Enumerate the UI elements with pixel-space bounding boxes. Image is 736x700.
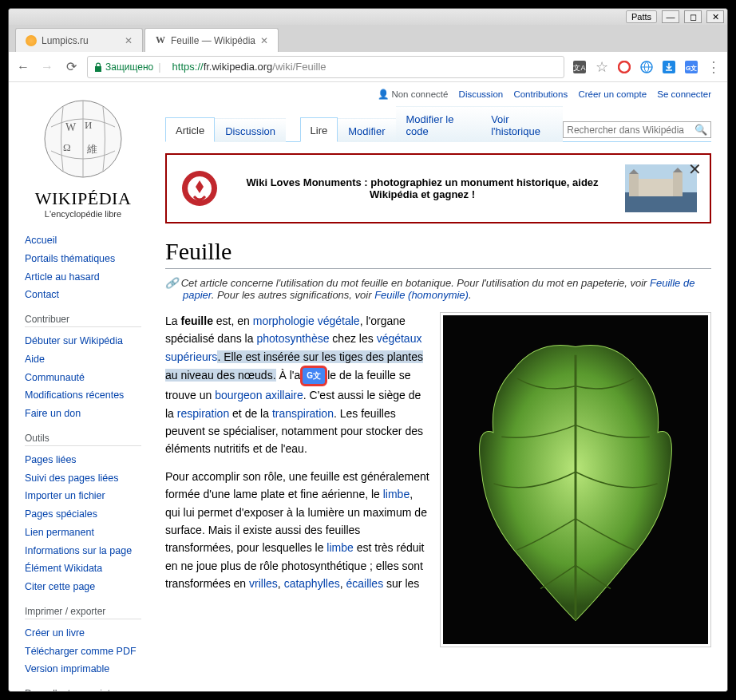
sidebar-link[interactable]: Élément Wikidata [25, 560, 141, 578]
sidebar-heading: Contribuer [25, 314, 141, 327]
tab-discussion[interactable]: Discussion [215, 118, 286, 142]
window-titlebar: Patts — ◻ ✕ [9, 9, 727, 25]
svg-rect-16 [629, 174, 639, 196]
sidebar-link[interactable]: Accueil [25, 231, 141, 250]
tab-history[interactable]: Voir l'historique [481, 106, 563, 142]
sidebar-link[interactable]: Version imprimable [25, 660, 141, 678]
sidebar-link[interactable]: Citer cette page [25, 578, 141, 596]
logo-subtitle: L'encyclopédie libre [25, 209, 141, 219]
paragraph: La feuille est, en morphologie végétale,… [165, 312, 430, 458]
sidebar-link[interactable]: Contact [25, 286, 141, 304]
page-content: WИΩ維 WIKIPÉDIA L'encyclopédie libre Accu… [9, 82, 727, 691]
translate-ext-icon[interactable]: 文A [572, 60, 587, 74]
url-input[interactable]: Защищено | https://fr.wikipedia.org/wiki… [87, 56, 564, 78]
top-link-discussion[interactable]: Discussion [459, 89, 504, 99]
hatnote: 🔗 Cet article concerne l'utilisation du … [165, 277, 711, 301]
sidebar-link[interactable]: Pages spéciales [25, 505, 141, 524]
user-icon: 👤 [378, 89, 389, 99]
wiki-link[interactable]: respiration [177, 407, 229, 420]
sidebar-link[interactable]: Importer un fichier [25, 487, 141, 505]
sidebar-link[interactable]: Débuter sur Wikipédia [25, 332, 141, 350]
wiki-link[interactable]: bourgeon axillaire [215, 389, 303, 401]
sidebar-link[interactable]: Télécharger comme PDF [25, 643, 141, 661]
logo-globe-icon: WИΩ維 [35, 95, 131, 183]
favicon-icon [26, 35, 37, 46]
tab-article[interactable]: Article [165, 117, 215, 142]
not-connected-label: Non connecté [391, 89, 448, 99]
close-window-button[interactable]: ✕ [706, 10, 724, 23]
tab-edit[interactable]: Modifier [338, 118, 395, 142]
article-image[interactable] [440, 312, 711, 647]
sidebar-link[interactable]: Lien permanent [25, 524, 141, 542]
globe-icon[interactable] [639, 60, 654, 74]
wiki-link[interactable]: photosynthèse [256, 332, 329, 345]
sidebar-link[interactable]: Informations sur la page [25, 542, 141, 560]
browser-tabstrip: Lumpics.ru ✕ W Feuille — Wikipédia ✕ [9, 25, 727, 52]
back-button[interactable]: ← [15, 59, 31, 75]
page-title: Feuille [165, 238, 711, 269]
tab-close-icon[interactable]: ✕ [260, 35, 268, 46]
search-icon[interactable]: 🔍 [694, 124, 707, 136]
personal-tools: 👤 Non connecté Discussion Contributions … [165, 82, 711, 106]
tab-close-icon[interactable]: ✕ [125, 35, 133, 46]
sidebar-link[interactable]: Faire un don [25, 405, 141, 423]
top-link-login[interactable]: Se connecter [657, 89, 711, 99]
maximize-button[interactable]: ◻ [684, 10, 702, 23]
svg-text:И: И [85, 119, 92, 131]
sidebar-heading: Imprimer / exporter [25, 606, 141, 619]
address-bar: ← → ⟳ Защищено | https://fr.wikipedia.or… [9, 52, 727, 82]
sidebar-link[interactable]: Communauté [25, 369, 141, 387]
wiki-link[interactable]: vrilles [249, 577, 278, 590]
sidebar-link[interactable]: Aide [25, 350, 141, 369]
browser-tab-wikipedia[interactable]: W Feuille — Wikipédia ✕ [144, 28, 279, 52]
wiki-link[interactable]: cataphylles [284, 577, 340, 590]
google-translate-icon[interactable]: G文 [684, 60, 698, 74]
top-link-create-account[interactable]: Créer un compte [578, 89, 647, 99]
wiki-link[interactable]: limbe [383, 488, 410, 500]
search-input[interactable] [567, 125, 694, 136]
forward-button[interactable]: → [39, 59, 55, 75]
sidebar-link[interactable]: Créer un livre [25, 624, 141, 643]
svg-rect-17 [673, 172, 683, 196]
wikipedia-logo[interactable]: WИΩ維 WIKIPÉDIA L'encyclopédie libre [25, 95, 141, 219]
search-box[interactable]: 🔍 [563, 121, 711, 138]
menu-icon[interactable]: ⋮ [706, 60, 721, 74]
logo-title: WIKIPÉDIA [25, 188, 141, 209]
banner-text: Wiki Loves Monuments : photographiez un … [231, 176, 614, 200]
browser-tab-lumpics[interactable]: Lumpics.ru ✕ [15, 28, 143, 52]
opera-icon[interactable] [617, 60, 631, 74]
wiki-link[interactable]: morphologie végétale [253, 314, 360, 327]
reload-button[interactable]: ⟳ [63, 59, 79, 75]
banner-close-icon[interactable]: ✕ [688, 160, 702, 179]
paragraph: Pour accomplir son rôle, une feuille est… [165, 468, 430, 593]
wiki-link[interactable]: transpiration [272, 407, 334, 420]
download-icon[interactable] [662, 60, 676, 74]
sidebar-link[interactable]: Suivi des pages liées [25, 469, 141, 488]
sidebar-heading: Dans d'autres projets [25, 688, 141, 691]
svg-text:G文: G文 [686, 65, 697, 72]
svg-rect-15 [633, 179, 677, 196]
article-text: La feuille est, en morphologie végétale,… [165, 312, 430, 647]
banner-image [625, 164, 697, 212]
translate-popup-icon[interactable]: G文 [300, 366, 327, 386]
star-icon[interactable]: ☆ [595, 60, 609, 74]
url-text: https://fr.wikipedia.org/wiki/Feuille [172, 61, 326, 73]
hatnote-link[interactable]: Feuille (homonymie) [374, 289, 469, 301]
extension-icons: 文A ☆ G文 ⋮ [572, 60, 721, 74]
svg-text:Ω: Ω [63, 141, 71, 153]
sidebar-link[interactable]: Pages liées [25, 451, 141, 469]
sidebar-link[interactable]: Modifications récentes [25, 386, 141, 405]
minimize-button[interactable]: — [662, 10, 679, 23]
secure-indicator: Защищено [94, 61, 153, 73]
sidebar-link[interactable]: Article au hasard [25, 268, 141, 287]
wiki-link[interactable]: écailles [346, 577, 383, 590]
top-link-contributions[interactable]: Contributions [513, 89, 568, 99]
leaf-image [443, 315, 708, 644]
sidebar-link[interactable]: Portails thématiques [25, 250, 141, 268]
lock-icon [94, 62, 102, 72]
wiki-link[interactable]: limbe [326, 541, 353, 554]
tab-read[interactable]: Lire [300, 117, 338, 142]
window-user-label[interactable]: Patts [626, 10, 657, 23]
main-content: 👤 Non connecté Discussion Contributions … [149, 82, 727, 691]
tab-edit-code[interactable]: Modifier le code [396, 106, 481, 142]
